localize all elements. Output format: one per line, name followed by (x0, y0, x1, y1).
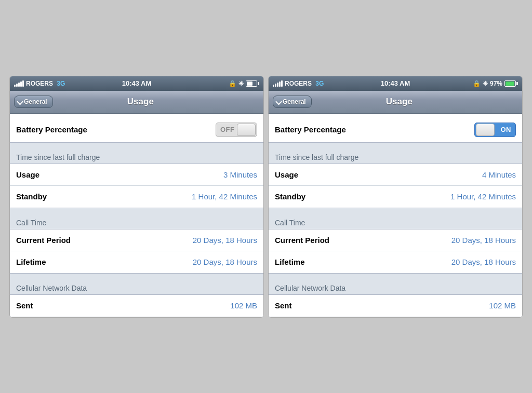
battery-body (504, 80, 516, 87)
battery-percentage-row: Battery Percentage ON (269, 117, 522, 142)
table-group-0: Usage 4 Minutes Standby 1 Hour, 42 Minut… (269, 164, 522, 208)
signal-bar-4 (279, 82, 281, 87)
network-label: 3G (57, 80, 65, 87)
carrier-label: ROGERS (285, 80, 312, 87)
signal-bar-2 (275, 84, 276, 87)
section-label-1: Call Time (269, 214, 522, 229)
battery-fill (506, 82, 514, 86)
section-spacer (10, 274, 263, 280)
row-value: 1 Hour, 42 Minutes (192, 192, 257, 201)
carrier-label: ROGERS (26, 80, 53, 87)
row-label: Usage (275, 170, 482, 179)
nav-title: Usage (312, 97, 487, 107)
bluetooth-icon: ✳ (483, 80, 488, 87)
status-bar: ROGERS 3G 10:43 AM 🔒 ✳ 97% (269, 76, 522, 91)
lock-icon: 🔒 (229, 80, 236, 87)
toggle-text: ON (501, 126, 512, 133)
back-button[interactable]: General (14, 96, 53, 108)
nav-bar: General Usage (10, 91, 263, 114)
signal-bar-3 (18, 83, 20, 87)
section-spacer (10, 143, 263, 149)
table-row: Current Period 20 Days, 18 Hours (269, 229, 522, 251)
row-value: 20 Days, 18 Hours (193, 258, 257, 266)
signal-bar-5 (22, 80, 24, 87)
table-group-1: Current Period 20 Days, 18 Hours Lifetim… (10, 229, 263, 274)
table-row: Usage 3 Minutes (10, 164, 263, 186)
section-label-2: Cellular Network Data (10, 280, 263, 294)
bluetooth-icon: ✳ (238, 80, 244, 87)
nav-title: Usage (53, 97, 228, 107)
table-group-1: Current Period 20 Days, 18 Hours Lifetim… (269, 229, 522, 274)
battery-tip (258, 82, 259, 85)
phone-phone-off: ROGERS 3G 10:43 AM 🔒 ✳ General Usage (9, 76, 264, 318)
row-value: 20 Days, 18 Hours (451, 258, 516, 266)
signal-bar-2 (16, 84, 18, 87)
row-label: Lifetime (16, 258, 193, 266)
phone-phone-on: ROGERS 3G 10:43 AM 🔒 ✳ 97% General Usage (268, 76, 523, 318)
row-value: 20 Days, 18 Hours (451, 236, 516, 245)
signal-bars (273, 80, 283, 87)
back-button[interactable]: General (273, 96, 312, 108)
row-label: Lifetime (275, 258, 451, 266)
battery-toggle-group: Battery Percentage OFF (10, 114, 263, 143)
row-value: 102 MB (489, 301, 516, 310)
battery-tip (516, 82, 518, 85)
row-label: Standby (16, 192, 192, 201)
row-value: 3 Minutes (223, 170, 257, 179)
row-label: Sent (275, 301, 489, 310)
content-area: Battery Percentage OFF Time since last f… (10, 114, 263, 317)
row-value: 4 Minutes (482, 170, 516, 179)
section-label-0: Time since last full charge (10, 149, 263, 164)
toggle-text: OFF (220, 126, 235, 133)
battery-percentage-label: Battery Percentage (16, 125, 216, 134)
status-bar: ROGERS 3G 10:43 AM 🔒 ✳ (10, 76, 263, 91)
lock-icon: 🔒 (473, 80, 481, 87)
row-label: Usage (16, 170, 223, 179)
section-label-2: Cellular Network Data (269, 280, 522, 294)
table-row: Lifetime 20 Days, 18 Hours (269, 251, 522, 273)
signal-bars (14, 80, 24, 87)
table-row: Usage 4 Minutes (269, 164, 522, 186)
table-row: Lifetime 20 Days, 18 Hours (10, 251, 263, 273)
battery-percentage-label: Battery Percentage (275, 125, 474, 134)
table-row: Standby 1 Hour, 42 Minutes (10, 186, 263, 208)
status-left: ROGERS 3G (14, 80, 96, 87)
toggle-thumb (237, 124, 256, 136)
table-row: Current Period 20 Days, 18 Hours (10, 229, 263, 251)
signal-bar-5 (281, 80, 283, 87)
battery-percentage-text: 97% (490, 80, 502, 87)
table-row: Sent 102 MB (269, 295, 522, 317)
status-left: ROGERS 3G (273, 80, 354, 87)
section-spacer (269, 274, 522, 280)
battery-toggle-group: Battery Percentage ON (269, 114, 522, 143)
battery-fill (247, 82, 252, 86)
battery-toggle[interactable]: OFF (216, 123, 257, 137)
time-display: 10:43 AM (354, 79, 436, 87)
toggle-thumb (476, 124, 495, 136)
row-label: Current Period (275, 236, 451, 245)
row-value: 102 MB (230, 301, 257, 310)
nav-bar: General Usage (269, 91, 522, 114)
content-area: Battery Percentage ON Time since last fu… (269, 114, 522, 317)
signal-bar-4 (20, 82, 22, 87)
section-label-1: Call Time (10, 214, 263, 229)
table-group-2: Sent 102 MB (269, 294, 522, 317)
battery-toggle[interactable]: ON (474, 123, 516, 137)
signal-bar-1 (14, 85, 16, 87)
signal-bar-1 (273, 85, 274, 87)
section-spacer (10, 208, 263, 214)
status-right: 🔒 ✳ 97% (436, 80, 518, 87)
battery-icon (504, 80, 518, 87)
time-display: 10:43 AM (96, 79, 177, 87)
network-label: 3G (315, 80, 324, 87)
battery-icon (246, 80, 259, 87)
section-label-0: Time since last full charge (269, 149, 522, 164)
battery-body (246, 80, 257, 87)
table-group-0: Usage 3 Minutes Standby 1 Hour, 42 Minut… (10, 164, 263, 208)
battery-percentage-row: Battery Percentage OFF (10, 117, 263, 142)
section-spacer (269, 208, 522, 214)
section-spacer (269, 143, 522, 149)
row-value: 1 Hour, 42 Minutes (450, 192, 516, 201)
table-row: Standby 1 Hour, 42 Minutes (269, 186, 522, 208)
row-label: Current Period (16, 236, 193, 245)
